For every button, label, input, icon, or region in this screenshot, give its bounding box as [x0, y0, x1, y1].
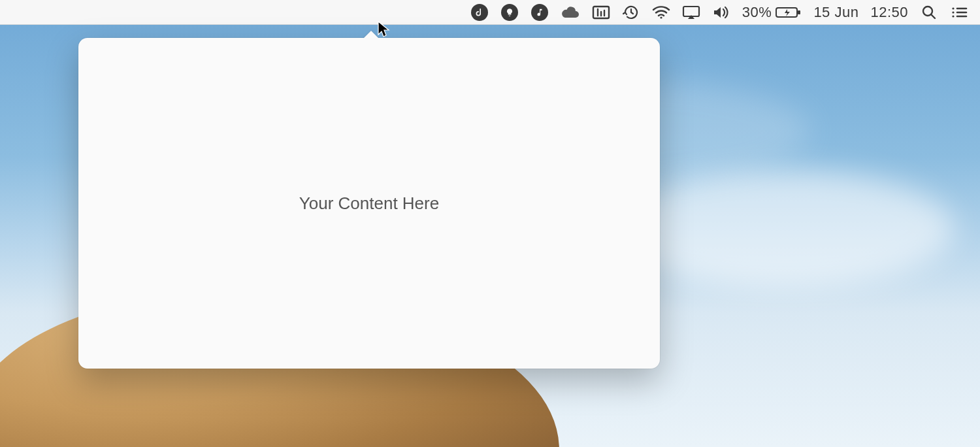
app-circle-j-icon [471, 4, 488, 21]
menubar-app-1[interactable] [470, 0, 489, 25]
date-text: 15 Jun [813, 4, 858, 21]
menubar-date[interactable]: 15 Jun [813, 0, 858, 25]
menubar-wifi[interactable] [652, 0, 670, 25]
menubar-app-2[interactable] [500, 0, 519, 25]
volume-icon [713, 5, 730, 20]
notification-center-icon [951, 6, 968, 19]
airplay-icon [682, 5, 700, 20]
menu-bar: 30% 15 Jun 12:50 [0, 0, 980, 25]
menubar-app-3[interactable] [531, 0, 549, 25]
popover-placeholder-text: Your Content Here [299, 193, 439, 214]
svg-point-1 [660, 16, 662, 18]
battery-charging-icon [776, 6, 802, 19]
menubar-volume[interactable] [712, 0, 730, 25]
menubar-popover[interactable]: Your Content Here [78, 38, 660, 369]
app-circle-bulb-icon [501, 4, 518, 21]
svg-point-8 [952, 15, 954, 17]
svg-rect-4 [798, 10, 800, 14]
menubar-time[interactable]: 12:50 [870, 0, 908, 25]
menubar-battery[interactable]: 30% [742, 0, 802, 25]
menubar-spotlight[interactable] [920, 0, 938, 25]
menubar-timemachine[interactable] [622, 0, 640, 25]
menubar-cloud[interactable] [561, 0, 580, 25]
menubar-display[interactable] [592, 0, 610, 25]
wifi-icon [652, 5, 670, 20]
timemachine-icon [623, 4, 640, 21]
svg-rect-2 [683, 7, 699, 16]
svg-point-6 [952, 7, 954, 9]
svg-point-7 [952, 11, 954, 13]
battery-percent-text: 30% [742, 4, 772, 21]
display-icon [592, 5, 610, 20]
menubar-notification-center[interactable] [950, 0, 968, 25]
cloud-icon [561, 6, 580, 19]
menubar-airplay[interactable] [682, 0, 700, 25]
desktop-background: 30% 15 Jun 12:50 Your Content Here [0, 0, 980, 447]
search-icon [921, 5, 937, 20]
cloud-decoration [614, 170, 954, 288]
time-text: 12:50 [870, 4, 908, 21]
app-circle-music-icon [531, 4, 548, 21]
